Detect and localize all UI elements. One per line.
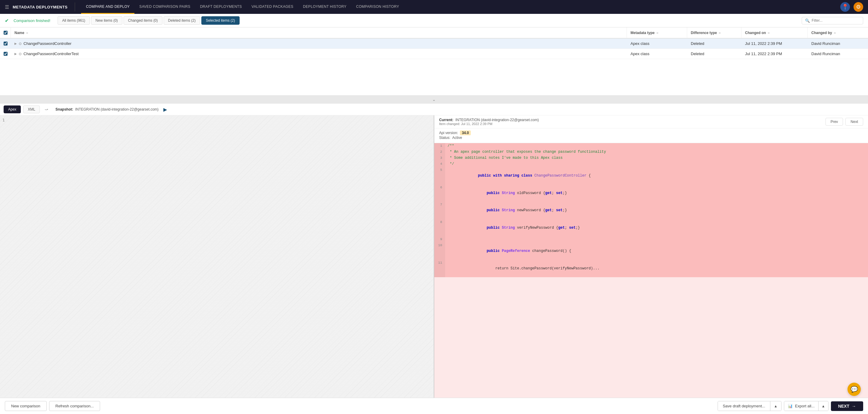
row-1-name: ChangePasswordControllerTest	[24, 52, 79, 56]
line-num-6: 6	[434, 185, 445, 202]
collapse-icon: ⌄	[432, 97, 436, 102]
line-num-4: 4	[434, 161, 445, 167]
tab-deleted-items[interactable]: Deleted items (2)	[164, 16, 200, 25]
next-button[interactable]: Next	[845, 118, 863, 126]
current-value: INTEGRATION (david-integration-22@gearse…	[456, 118, 539, 122]
diff-left-pane: 1	[0, 116, 434, 398]
line-num-1: 1	[434, 143, 445, 149]
select-all-checkbox[interactable]	[4, 30, 7, 35]
snapshot-label: Snapshot: INTEGRATION (david-integration…	[56, 107, 158, 112]
code-line-8: 8 public String verifyNewPassword {get; …	[434, 219, 868, 237]
export-button[interactable]: 📊 Export all...	[784, 401, 818, 411]
line-num-10: 10	[434, 243, 445, 260]
line-num-7: 7	[434, 202, 445, 219]
table-row: ▶ ⊙ ChangePasswordController Apex class …	[0, 38, 868, 49]
td-changed-on-0: Jul 11, 2022 2:39 PM	[741, 38, 808, 49]
line-content-1: /**	[445, 143, 457, 149]
code-line-6: 6 public String oldPassword {get; set;}	[434, 185, 868, 202]
save-draft-dropdown[interactable]: ▲	[770, 402, 781, 411]
tab-all-items[interactable]: All items (961)	[58, 16, 90, 25]
nav-item-validated[interactable]: VALIDATED PACKAGES	[247, 0, 299, 14]
status-label: Status:	[439, 136, 450, 140]
status-text: Comparison finished!	[13, 19, 50, 23]
line-content-9	[445, 236, 452, 243]
left-stripe-pattern	[0, 116, 434, 398]
code-area: 1 /** 2 * An apex page controller that e…	[434, 143, 868, 398]
td-name-1: ▶ ⊙ ChangePasswordControllerTest	[11, 49, 627, 59]
diff-right-header: Current: INTEGRATION (david-integration-…	[434, 116, 868, 128]
panel-divider[interactable]: ⌄	[0, 95, 868, 104]
export-dropdown[interactable]: ▲	[818, 402, 828, 411]
line-num-11: 11	[434, 260, 445, 278]
td-metadata-1: Apex class	[627, 49, 687, 59]
hamburger-icon[interactable]: ☰	[5, 4, 9, 10]
code-line-5: 5 public with sharing class ChangePasswo…	[434, 167, 868, 185]
nav-item-draft[interactable]: DRAFT DEPLOYMENTS	[195, 0, 247, 14]
nav-item-deployment-history[interactable]: DEPLOYMENT HISTORY	[298, 0, 351, 14]
diff-left-code: 1	[0, 116, 434, 398]
line-content-6: public String oldPassword {get; set;}	[445, 185, 569, 202]
save-draft-button[interactable]: Save draft deployment...	[718, 401, 770, 411]
tab-changed-items[interactable]: Changed items (0)	[124, 16, 162, 25]
chat-bubble[interactable]: 💬	[847, 383, 861, 396]
row-0-checkbox[interactable]	[4, 41, 7, 46]
line-num-5: 5	[434, 167, 445, 185]
filter-tabs: All items (961) New items (0) Changed it…	[58, 16, 799, 25]
nav-icons: 📍 ⚙	[840, 2, 863, 12]
row-1-checkbox[interactable]	[4, 52, 7, 56]
tab-new-items[interactable]: New items (0)	[91, 16, 122, 25]
next-label: NEXT	[838, 404, 849, 409]
nav-item-saved[interactable]: SAVED COMPARISON PAIRS	[134, 0, 195, 14]
diff-tab-apex[interactable]: Apex	[4, 105, 21, 113]
th-metadata-sort-icon[interactable]: ≡	[656, 31, 658, 35]
row-0-expand[interactable]: ▶	[14, 42, 17, 45]
td-changed-on-1: Jul 11, 2022 2:39 PM	[741, 49, 808, 59]
line-content-3: * Some additional notes I've made to thi…	[445, 155, 565, 161]
code-line-2: 2 * An apex page controller that exposes…	[434, 149, 868, 155]
row-0-icon: ⊙	[19, 41, 22, 46]
th-changed-on-sort-icon[interactable]: ≡	[768, 31, 770, 35]
bottom-right: Save draft deployment... ▲ 📊 Export all.…	[718, 401, 863, 411]
td-changed-by-0: David Runciman	[808, 38, 868, 49]
th-name: Name ≡	[11, 27, 627, 38]
status-row: Status: Active	[439, 136, 863, 140]
diff-right-pane: Current: INTEGRATION (david-integration-…	[434, 116, 868, 398]
code-line-9: 9	[434, 236, 868, 243]
row-0-name: ChangePasswordController	[24, 41, 71, 46]
th-difference-type: Difference type ≡	[687, 27, 741, 38]
th-diff-sort-icon[interactable]: ≡	[719, 31, 721, 35]
nav-item-compare[interactable]: COMPARE AND DEPLOY	[81, 0, 134, 14]
filter-input[interactable]	[812, 19, 860, 23]
search-icon: 🔍	[805, 19, 810, 23]
tab-selected-items[interactable]: Selected items (2)	[201, 16, 240, 25]
prev-button[interactable]: Prev	[826, 118, 843, 126]
nav-divider	[75, 2, 75, 11]
td-name-0: ▶ ⊙ ChangePasswordController	[11, 38, 627, 49]
th-checkbox	[0, 27, 11, 38]
line-content-5: public with sharing class ChangePassword…	[445, 167, 593, 185]
th-name-sort-icon[interactable]: ≡	[26, 31, 28, 35]
nav-items: COMPARE AND DEPLOY SAVED COMPARISON PAIR…	[81, 0, 840, 14]
diff-info-box: Api version: 34.0 Status: Active	[434, 128, 868, 143]
next-button-main[interactable]: NEXT →	[831, 401, 863, 411]
th-metadata-type: Metadata type ≡	[627, 27, 687, 38]
diff-arrow-icon[interactable]: ▶	[163, 107, 167, 113]
td-diff-1: Deleted	[687, 49, 741, 59]
code-line-7: 7 public String newPassword {get; set;}	[434, 202, 868, 219]
nav-item-comparison-history[interactable]: COMPARISON HISTORY	[351, 0, 404, 14]
gear-icon[interactable]: ⚙	[854, 2, 863, 12]
code-line-4: 4 */	[434, 161, 868, 167]
next-arrow-icon: →	[852, 404, 856, 409]
th-changed-by-sort-icon[interactable]: ≡	[834, 31, 836, 35]
table-header: Name ≡ Metadata type ≡ Difference type ≡…	[0, 27, 868, 38]
row-1-expand[interactable]: ▶	[14, 52, 17, 56]
diff-tab-xml[interactable]: XML	[23, 105, 40, 113]
share-icon[interactable]: ⤻	[42, 106, 51, 113]
current-title: Current: INTEGRATION (david-integration-…	[439, 118, 539, 122]
refresh-comparison-button[interactable]: Refresh comparison...	[49, 401, 100, 411]
location-icon[interactable]: 📍	[840, 2, 850, 12]
chat-icon: 💬	[850, 386, 858, 393]
status-check-icon: ✔	[5, 18, 9, 24]
top-nav: ☰ METADATA DEPLOYMENTS COMPARE AND DEPLO…	[0, 0, 868, 14]
new-comparison-button[interactable]: New comparison	[5, 401, 47, 411]
